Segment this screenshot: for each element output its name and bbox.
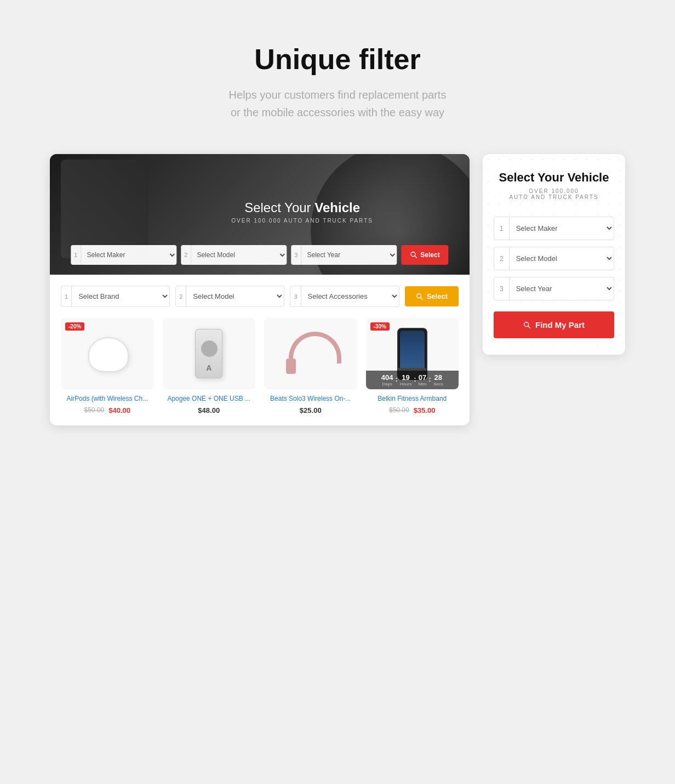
- countdown-secs: 28 Secs: [433, 373, 443, 387]
- acc-brand-select[interactable]: Select Brand: [72, 286, 169, 306]
- banner-maker-num: 1: [71, 245, 81, 265]
- product-price-beats: $25.00: [264, 406, 357, 414]
- page-title: Unique filter: [229, 44, 447, 75]
- countdown-mins: 07 Mim: [418, 373, 426, 387]
- apogee-image: [195, 329, 222, 378]
- acc-search-button[interactable]: Select: [405, 286, 459, 306]
- find-part-label: Find My Part: [535, 320, 585, 329]
- price-sale-belkin: $35.00: [414, 406, 436, 414]
- find-part-search-icon: [523, 321, 531, 329]
- price-regular-apogee: $48.00: [198, 406, 220, 414]
- product-name-apogee[interactable]: Apogee ONE + ONE USB ...: [163, 395, 256, 404]
- countdown-timer: 404 Days : 19 Hours : 07 Mim: [366, 371, 459, 389]
- right-panel-title: Select Your Vehicle: [494, 171, 614, 185]
- product-price-airpods: $50.00 $40.00: [61, 406, 154, 414]
- right-year-select-wrap: 3 Select Year: [494, 277, 614, 300]
- product-badge-belkin: -30%: [370, 322, 390, 331]
- banner-maker-select-wrap: 1 Select Maker: [71, 245, 176, 265]
- product-price-belkin: $50.00 $35.00: [366, 406, 459, 414]
- svg-line-1: [415, 256, 417, 258]
- countdown-sep3: :: [429, 375, 431, 383]
- banner-selects: 1 Select Maker 2 Select Model 3 Select Y…: [71, 245, 448, 265]
- right-model-select-wrap: 2 Select Model: [494, 247, 614, 270]
- acc-search-label: Select: [427, 292, 448, 300]
- vehicle-banner: Select Your Vehicle OVER 100.000 AUTO AN…: [50, 154, 470, 275]
- right-maker-select[interactable]: Select Maker: [510, 217, 614, 240]
- banner-title: Select Your Vehicle: [231, 200, 373, 215]
- product-card-apogee: Apogee ONE + ONE USB ... $48.00: [163, 318, 256, 414]
- right-maker-num: 1: [494, 217, 510, 240]
- countdown-sep1: :: [395, 375, 397, 383]
- banner-model-num: 2: [181, 245, 191, 265]
- right-year-num: 3: [494, 277, 510, 300]
- acc-model-select-wrap: 2 Select Model: [175, 286, 284, 307]
- banner-search-label: Select: [420, 251, 439, 259]
- search-icon: [410, 251, 417, 259]
- product-card-airpods: -20% AirPods (with Wireless Ch... $50.00…: [61, 318, 154, 414]
- right-year-select[interactable]: Select Year: [510, 277, 614, 300]
- beats-image: [286, 329, 335, 378]
- banner-search-button[interactable]: Select: [401, 245, 448, 265]
- product-card-beats: Beats Solo3 Wireless On-... $25.00: [264, 318, 357, 414]
- countdown-sep2: :: [414, 375, 416, 383]
- countdown-days: 404 Days: [381, 373, 393, 387]
- svg-line-3: [420, 297, 422, 299]
- left-panel: Select Your Vehicle OVER 100.000 AUTO AN…: [50, 154, 470, 425]
- banner-maker-select[interactable]: Select Maker: [81, 245, 176, 265]
- banner-text: Select Your Vehicle OVER 100.000 AUTO AN…: [231, 200, 373, 224]
- main-content: Select Your Vehicle OVER 100.000 AUTO AN…: [50, 154, 625, 425]
- product-name-beats[interactable]: Beats Solo3 Wireless On-...: [264, 395, 357, 404]
- product-badge-airpods: -20%: [65, 322, 84, 331]
- right-panel-subtitle: OVER 100.000AUTO AND TRUCK PARTS: [494, 188, 614, 200]
- svg-line-5: [528, 326, 530, 328]
- product-card-belkin: -30% 404 Days : 19 Hours: [366, 318, 459, 414]
- acc-accessories-select[interactable]: Select Accessories: [301, 286, 399, 306]
- acc-accessories-num: 3: [290, 286, 301, 306]
- countdown-hours: 19 Hours: [400, 373, 411, 387]
- products-grid: -20% AirPods (with Wireless Ch... $50.00…: [61, 318, 459, 414]
- product-img-beats: [264, 318, 357, 389]
- accessories-panel: 1 Select Brand 2 Select Model 3 Select A…: [50, 275, 470, 425]
- acc-accessories-select-wrap: 3 Select Accessories: [290, 286, 399, 307]
- banner-subtitle: OVER 100.000 AUTO AND TRUCK PARTS: [231, 218, 373, 224]
- price-sale-airpods: $40.00: [108, 406, 130, 414]
- product-name-airpods[interactable]: AirPods (with Wireless Ch...: [61, 395, 154, 404]
- banner-model-select[interactable]: Select Model: [191, 245, 287, 265]
- find-part-button[interactable]: Find My Part: [494, 311, 614, 338]
- right-model-select[interactable]: Select Model: [510, 247, 614, 270]
- banner-year-select[interactable]: Select Year: [301, 245, 397, 265]
- right-model-num: 2: [494, 247, 510, 270]
- acc-brand-select-wrap: 1 Select Brand: [61, 286, 170, 307]
- page-header: Unique filter Helps your customers find …: [229, 44, 447, 121]
- right-select-group: 1 Select Maker 2 Select Model 3 Select Y…: [494, 217, 614, 300]
- acc-search-icon: [416, 293, 424, 300]
- banner-model-select-wrap: 2 Select Model: [181, 245, 287, 265]
- product-img-apogee: [163, 318, 256, 389]
- accessories-selects: 1 Select Brand 2 Select Model 3 Select A…: [61, 286, 459, 307]
- acc-brand-num: 1: [61, 286, 72, 306]
- product-price-apogee: $48.00: [163, 406, 256, 414]
- price-regular-beats: $25.00: [300, 406, 322, 414]
- acc-model-num: 2: [176, 286, 186, 306]
- page-subtitle: Helps your customers find replacement pa…: [229, 86, 447, 121]
- right-panel: Select Your Vehicle OVER 100.000AUTO AND…: [483, 154, 625, 355]
- banner-year-select-wrap: 3 Select Year: [291, 245, 397, 265]
- airpods-image: [85, 332, 129, 376]
- price-original-airpods: $50.00: [84, 406, 105, 414]
- product-name-belkin[interactable]: Belkin Fitness Armband: [366, 395, 459, 404]
- price-original-belkin: $50.00: [389, 406, 409, 414]
- right-maker-select-wrap: 1 Select Maker: [494, 217, 614, 240]
- banner-year-num: 3: [291, 245, 301, 265]
- acc-model-select[interactable]: Select Model: [186, 286, 284, 306]
